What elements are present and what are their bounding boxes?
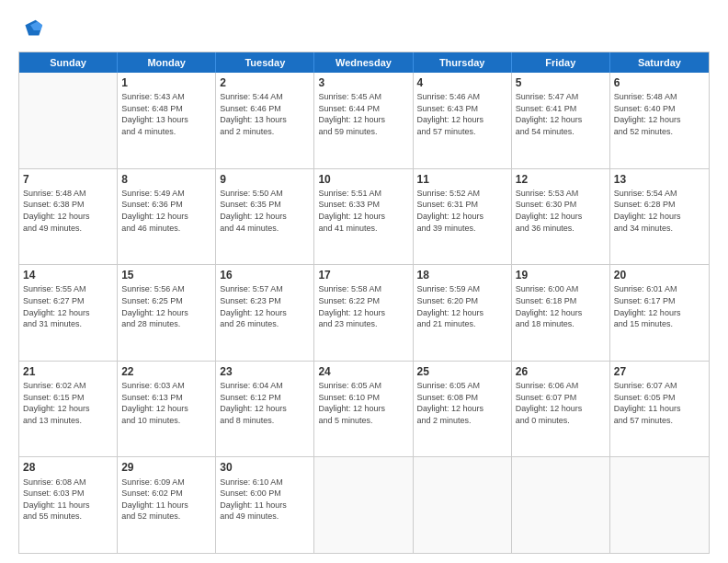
day-info: Sunrise: 5:43 AM Sunset: 6:48 PM Dayligh…: [121, 91, 211, 137]
calendar-header-cell: Thursday: [414, 52, 512, 73]
day-number: 16: [220, 268, 310, 282]
day-number: 19: [516, 268, 606, 282]
calendar-cell: 17Sunrise: 5:58 AM Sunset: 6:22 PM Dayli…: [314, 265, 413, 361]
calendar-cell: [610, 457, 709, 553]
day-number: 28: [23, 460, 113, 475]
calendar-cell: 4Sunrise: 5:46 AM Sunset: 6:43 PM Daylig…: [414, 73, 512, 168]
page: SundayMondayTuesdayWednesdayThursdayFrid…: [0, 0, 728, 563]
day-info: Sunrise: 6:05 AM Sunset: 6:10 PM Dayligh…: [318, 380, 408, 426]
calendar: SundayMondayTuesdayWednesdayThursdayFrid…: [18, 52, 710, 554]
day-number: 13: [614, 172, 705, 187]
calendar-row: 7Sunrise: 5:48 AM Sunset: 6:38 PM Daylig…: [19, 169, 709, 266]
calendar-header-row: SundayMondayTuesdayWednesdayThursdayFrid…: [19, 52, 709, 73]
calendar-row: 21Sunrise: 6:02 AM Sunset: 6:15 PM Dayli…: [19, 362, 709, 458]
calendar-header-cell: Tuesday: [216, 52, 314, 73]
day-info: Sunrise: 5:51 AM Sunset: 6:33 PM Dayligh…: [318, 188, 408, 234]
calendar-cell: 19Sunrise: 6:00 AM Sunset: 6:18 PM Dayli…: [512, 265, 610, 361]
day-number: 14: [23, 268, 113, 282]
day-number: 7: [23, 172, 113, 187]
calendar-cell: 28Sunrise: 6:08 AM Sunset: 6:03 PM Dayli…: [19, 457, 118, 553]
calendar-cell: 21Sunrise: 6:02 AM Sunset: 6:15 PM Dayli…: [19, 362, 118, 457]
calendar-header-cell: Sunday: [19, 52, 118, 73]
calendar-cell: 23Sunrise: 6:04 AM Sunset: 6:12 PM Dayli…: [216, 362, 314, 457]
day-info: Sunrise: 6:05 AM Sunset: 6:08 PM Dayligh…: [417, 380, 507, 426]
day-number: 29: [121, 460, 211, 475]
day-number: 4: [417, 75, 507, 90]
day-info: Sunrise: 5:57 AM Sunset: 6:23 PM Dayligh…: [220, 283, 310, 329]
calendar-header-cell: Saturday: [610, 52, 709, 73]
day-number: 11: [417, 172, 507, 187]
calendar-cell: 5Sunrise: 5:47 AM Sunset: 6:41 PM Daylig…: [512, 73, 610, 168]
day-info: Sunrise: 5:48 AM Sunset: 6:40 PM Dayligh…: [614, 91, 705, 137]
day-number: 25: [417, 364, 507, 379]
calendar-cell: 13Sunrise: 5:54 AM Sunset: 6:28 PM Dayli…: [610, 169, 709, 265]
day-info: Sunrise: 5:44 AM Sunset: 6:46 PM Dayligh…: [220, 91, 310, 137]
day-number: 3: [318, 75, 408, 90]
day-number: 20: [614, 268, 705, 282]
day-info: Sunrise: 5:52 AM Sunset: 6:31 PM Dayligh…: [417, 188, 507, 234]
day-info: Sunrise: 5:58 AM Sunset: 6:22 PM Dayligh…: [318, 283, 408, 329]
calendar-row: 28Sunrise: 6:08 AM Sunset: 6:03 PM Dayli…: [19, 457, 709, 553]
calendar-cell: 6Sunrise: 5:48 AM Sunset: 6:40 PM Daylig…: [610, 73, 709, 168]
calendar-row: 14Sunrise: 5:55 AM Sunset: 6:27 PM Dayli…: [19, 265, 709, 362]
day-info: Sunrise: 6:09 AM Sunset: 6:02 PM Dayligh…: [121, 477, 211, 523]
calendar-row: 1Sunrise: 5:43 AM Sunset: 6:48 PM Daylig…: [19, 73, 709, 169]
calendar-cell: 9Sunrise: 5:50 AM Sunset: 6:35 PM Daylig…: [216, 169, 314, 265]
calendar-cell: 29Sunrise: 6:09 AM Sunset: 6:02 PM Dayli…: [118, 457, 216, 553]
day-number: 10: [318, 172, 408, 187]
logo: [18, 17, 48, 42]
calendar-cell: 24Sunrise: 6:05 AM Sunset: 6:10 PM Dayli…: [314, 362, 413, 457]
logo-icon: [18, 17, 44, 42]
day-number: 12: [516, 172, 606, 187]
day-number: 6: [614, 75, 705, 90]
calendar-cell: [512, 457, 610, 553]
day-info: Sunrise: 5:56 AM Sunset: 6:25 PM Dayligh…: [121, 283, 211, 329]
day-number: 21: [23, 364, 113, 379]
day-number: 18: [417, 268, 507, 282]
header: [18, 17, 710, 42]
calendar-cell: 20Sunrise: 6:01 AM Sunset: 6:17 PM Dayli…: [610, 265, 709, 361]
day-number: 30: [220, 460, 310, 475]
day-number: 17: [318, 268, 408, 282]
calendar-body: 1Sunrise: 5:43 AM Sunset: 6:48 PM Daylig…: [19, 73, 709, 553]
day-info: Sunrise: 6:00 AM Sunset: 6:18 PM Dayligh…: [516, 283, 606, 329]
day-number: 27: [614, 364, 705, 379]
calendar-header-cell: Monday: [118, 52, 216, 73]
calendar-cell: 12Sunrise: 5:53 AM Sunset: 6:30 PM Dayli…: [512, 169, 610, 265]
day-info: Sunrise: 5:54 AM Sunset: 6:28 PM Dayligh…: [614, 188, 705, 234]
day-info: Sunrise: 6:02 AM Sunset: 6:15 PM Dayligh…: [23, 380, 113, 426]
day-info: Sunrise: 5:59 AM Sunset: 6:20 PM Dayligh…: [417, 283, 507, 329]
day-info: Sunrise: 5:55 AM Sunset: 6:27 PM Dayligh…: [23, 283, 113, 329]
calendar-cell: [19, 73, 118, 168]
day-info: Sunrise: 5:53 AM Sunset: 6:30 PM Dayligh…: [516, 188, 606, 234]
day-info: Sunrise: 5:46 AM Sunset: 6:43 PM Dayligh…: [417, 91, 507, 137]
day-number: 9: [220, 172, 310, 187]
calendar-header-cell: Friday: [512, 52, 610, 73]
calendar-cell: 15Sunrise: 5:56 AM Sunset: 6:25 PM Dayli…: [118, 265, 216, 361]
calendar-cell: 10Sunrise: 5:51 AM Sunset: 6:33 PM Dayli…: [314, 169, 413, 265]
calendar-cell: 11Sunrise: 5:52 AM Sunset: 6:31 PM Dayli…: [414, 169, 512, 265]
day-info: Sunrise: 6:10 AM Sunset: 6:00 PM Dayligh…: [220, 477, 310, 523]
calendar-cell: [314, 457, 413, 553]
day-info: Sunrise: 6:03 AM Sunset: 6:13 PM Dayligh…: [121, 380, 211, 426]
day-number: 1: [121, 75, 211, 90]
day-number: 24: [318, 364, 408, 379]
day-number: 26: [516, 364, 606, 379]
day-info: Sunrise: 6:01 AM Sunset: 6:17 PM Dayligh…: [614, 283, 705, 329]
calendar-cell: 8Sunrise: 5:49 AM Sunset: 6:36 PM Daylig…: [118, 169, 216, 265]
day-info: Sunrise: 5:49 AM Sunset: 6:36 PM Dayligh…: [121, 188, 211, 234]
calendar-cell: 1Sunrise: 5:43 AM Sunset: 6:48 PM Daylig…: [118, 73, 216, 168]
day-info: Sunrise: 5:45 AM Sunset: 6:44 PM Dayligh…: [318, 91, 408, 137]
calendar-cell: 25Sunrise: 6:05 AM Sunset: 6:08 PM Dayli…: [414, 362, 512, 457]
day-info: Sunrise: 6:08 AM Sunset: 6:03 PM Dayligh…: [23, 477, 113, 523]
day-number: 15: [121, 268, 211, 282]
day-info: Sunrise: 5:47 AM Sunset: 6:41 PM Dayligh…: [516, 91, 606, 137]
calendar-header-cell: Wednesday: [314, 52, 413, 73]
calendar-cell: 30Sunrise: 6:10 AM Sunset: 6:00 PM Dayli…: [216, 457, 314, 553]
day-info: Sunrise: 6:04 AM Sunset: 6:12 PM Dayligh…: [220, 380, 310, 426]
calendar-cell: 7Sunrise: 5:48 AM Sunset: 6:38 PM Daylig…: [19, 169, 118, 265]
day-number: 22: [121, 364, 211, 379]
day-info: Sunrise: 6:07 AM Sunset: 6:05 PM Dayligh…: [614, 380, 705, 426]
calendar-cell: 14Sunrise: 5:55 AM Sunset: 6:27 PM Dayli…: [19, 265, 118, 361]
day-info: Sunrise: 6:06 AM Sunset: 6:07 PM Dayligh…: [516, 380, 606, 426]
